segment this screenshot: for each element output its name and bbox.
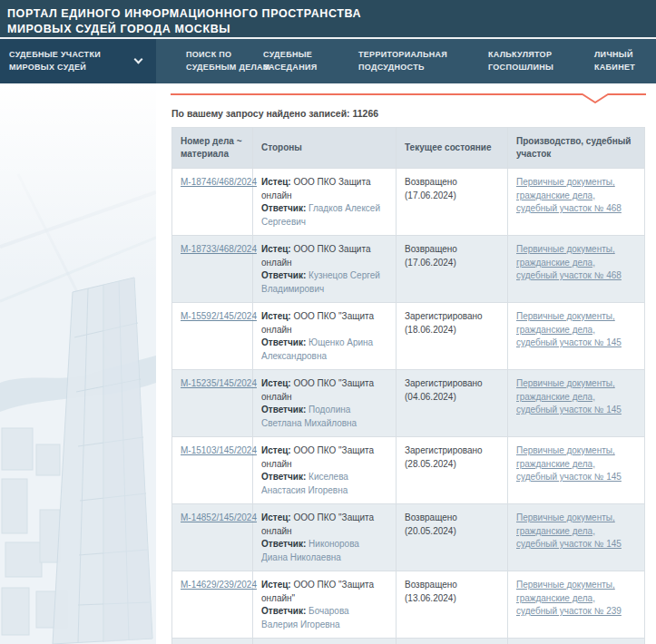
table-row: М-14588/145/2024 Истец: ООО ПКО "Защита … bbox=[172, 639, 645, 644]
case-number-link[interactable]: М-15235/145/2024 bbox=[181, 378, 257, 388]
site-title: ПОРТАЛ ЕДИНОГО ИНФОРМАЦИОННОГО ПРОСТРАНС… bbox=[7, 6, 647, 36]
results-summary: По вашему запросу найдено записей: 11266 bbox=[171, 108, 656, 119]
case-status: Зарегистрировано (18.06.2024) bbox=[397, 303, 508, 370]
nav-label-line: ТЕРРИТОРИАЛЬНАЯ bbox=[358, 49, 488, 62]
production-link[interactable]: Первичные документы, гражданские дела, с… bbox=[516, 579, 622, 619]
case-status: Возвращено (24.04.2024) bbox=[397, 639, 508, 644]
nav-label-line: ПОДСУДНОСТЬ bbox=[358, 62, 488, 74]
party-defendant: Ответчик: Кузнецов Сергей Владимирович bbox=[261, 269, 387, 296]
table-row: М-15235/145/2024 Истец: ООО ПКО "Защита … bbox=[172, 370, 645, 437]
party-plaintiff: Истец: ООО ПКО Защита онлайн bbox=[261, 243, 387, 269]
production-link[interactable]: Первичные документы, гражданские дела, с… bbox=[516, 512, 622, 551]
party-plaintiff: Истец: ООО ПКО "Защита онлайн bbox=[261, 310, 387, 337]
case-number-link[interactable]: М-18746/468/2024 bbox=[181, 177, 257, 187]
nav-label-line: СУДЕБНЫЕ УЧАСТКИ bbox=[9, 49, 101, 62]
party-plaintiff: Истец: ООО ПКО "Защита онлайн bbox=[261, 444, 387, 471]
nav-label-line: ЗАСЕДАНИЯ bbox=[263, 62, 358, 74]
site-title-line1: ПОРТАЛ ЕДИНОГО ИНФОРМАЦИОННОГО ПРОСТРАНС… bbox=[7, 6, 647, 22]
case-status: Возвращено (13.06.2024) bbox=[397, 571, 508, 639]
content: По вашему запросу найдено записей: 11266… bbox=[156, 83, 656, 644]
nav-item-judicial-districts-label: СУДЕБНЫЕ УЧАСТКИ МИРОВЫХ СУДЕЙ bbox=[9, 49, 101, 74]
case-number-link[interactable]: М-14629/239/2024 bbox=[181, 580, 257, 590]
party-defendant: Ответчик: Киселева Анастасия Игоревна bbox=[261, 471, 387, 497]
case-number-link[interactable]: М-15592/145/2024 bbox=[181, 311, 257, 321]
case-number-link[interactable]: М-18733/468/2024 bbox=[181, 244, 257, 254]
chevron-down-icon bbox=[134, 55, 143, 64]
party-plaintiff: Истец: ООО ПКО Защита онлайн bbox=[261, 176, 387, 202]
page: ПОРТАЛ ЕДИНОГО ИНФОРМАЦИОННОГО ПРОСТРАНС… bbox=[0, 0, 656, 644]
site-header: ПОРТАЛ ЕДИНОГО ИНФОРМАЦИОННОГО ПРОСТРАНС… bbox=[0, 0, 656, 37]
nav-items: ПОИСК ПО СУДЕБНЫМ ДЕЛАМ СУДЕБНЫЕ ЗАСЕДАН… bbox=[156, 39, 656, 83]
results-table: Номер дела ~ материала Стороны Текущее с… bbox=[171, 127, 645, 644]
nav-item-judicial-districts[interactable]: СУДЕБНЫЕ УЧАСТКИ МИРОВЫХ СУДЕЙ bbox=[0, 39, 156, 83]
nav-label-line: ЛИЧНЫЙ bbox=[594, 49, 656, 62]
case-number-link[interactable]: М-14852/145/2024 bbox=[181, 512, 257, 522]
nav-item-fee-calculator[interactable]: КАЛЬКУЛЯТОР ГОСПОШЛИНЫ bbox=[488, 49, 594, 74]
nav-item-case-search[interactable]: ПОИСК ПО СУДЕБНЫМ ДЕЛАМ bbox=[186, 49, 263, 74]
nav-item-territorial-jurisdiction[interactable]: ТЕРРИТОРИАЛЬНАЯ ПОДСУДНОСТЬ bbox=[358, 49, 488, 74]
results-count: 11266 bbox=[353, 108, 379, 119]
production-link[interactable]: Первичные документы, гражданские дела, с… bbox=[516, 377, 622, 417]
nav-item-personal-account[interactable]: ЛИЧНЫЙ КАБИНЕТ bbox=[594, 49, 656, 74]
party-plaintiff: Истец: ООО ПКО "Защита онлайн bbox=[261, 377, 387, 404]
party-defendant: Ответчик: Подолина Светлана Михайловна bbox=[261, 404, 387, 430]
column-header-parties: Стороны bbox=[253, 128, 397, 169]
table-row: М-18733/468/2024 Истец: ООО ПКО Защита о… bbox=[172, 236, 645, 303]
city-photo-graphic bbox=[0, 83, 156, 644]
production-link[interactable]: Первичные документы, гражданские дела, с… bbox=[516, 444, 622, 484]
site-title-line2: МИРОВЫХ СУДЕЙ ГОРОДА МОСКВЫ bbox=[7, 22, 647, 37]
nav-label-line: ГОСПОШЛИНЫ bbox=[488, 62, 594, 74]
case-status: Возвращено (17.06.2024) bbox=[397, 236, 508, 303]
active-tab-indicator bbox=[171, 93, 646, 105]
results-summary-text: По вашему запросу найдено записей: bbox=[171, 108, 353, 119]
case-number-link[interactable]: М-15103/145/2024 bbox=[181, 445, 257, 455]
production-link[interactable]: Первичные документы, гражданские дела, с… bbox=[516, 310, 622, 350]
column-header-production: Производство, судебный участок bbox=[508, 128, 645, 169]
production-link[interactable]: Первичные документы, гражданские дела, с… bbox=[516, 243, 622, 283]
nav-label-line: ПОИСК ПО bbox=[186, 49, 263, 62]
column-header-case-number: Номер дела ~ материала bbox=[172, 128, 253, 169]
main-nav: СУДЕБНЫЕ УЧАСТКИ МИРОВЫХ СУДЕЙ ПОИСК ПО … bbox=[0, 39, 656, 83]
results-table-head: Номер дела ~ материала Стороны Текущее с… bbox=[172, 128, 645, 169]
case-status: Возвращено (20.05.2024) bbox=[397, 504, 508, 571]
party-defendant: Ответчик: Никонорова Диана Николаевна bbox=[261, 538, 387, 564]
party-defendant: Ответчик: Бочарова Валерия Игоревна bbox=[261, 605, 387, 631]
table-row: М-15103/145/2024 Истец: ООО ПКО "Защита … bbox=[172, 437, 645, 504]
party-defendant: Ответчик: Ющенко Арина Александровна bbox=[261, 337, 387, 363]
table-row: М-14629/239/2024 Истец: ООО ПКО "Защита … bbox=[172, 571, 645, 639]
case-status: Зарегистрировано (28.05.2024) bbox=[397, 437, 508, 504]
production-link[interactable]: Первичные документы, гражданские дела, с… bbox=[516, 176, 622, 216]
nav-label-line: КАБИНЕТ bbox=[594, 62, 656, 74]
header-row: Номер дела ~ материала Стороны Текущее с… bbox=[172, 128, 645, 169]
case-status: Возвращено (17.06.2024) bbox=[397, 169, 508, 236]
nav-label-line: МИРОВЫХ СУДЕЙ bbox=[9, 62, 101, 74]
party-defendant: Ответчик: Гладков Алексей Сергеевич bbox=[261, 202, 387, 229]
party-plaintiff: Истец: ООО ПКО "Защита онлайн bbox=[261, 512, 387, 538]
results-table-body: М-18746/468/2024 Истец: ООО ПКО Защита о… bbox=[172, 169, 645, 644]
party-plaintiff: Истец: ООО ПКО "Защита онлайн" bbox=[261, 579, 387, 605]
table-row: М-15592/145/2024 Истец: ООО ПКО "Защита … bbox=[172, 303, 645, 370]
nav-label-line: КАЛЬКУЛЯТОР bbox=[488, 49, 594, 62]
nav-label-line: СУДЕБНЫМ ДЕЛАМ bbox=[186, 62, 263, 74]
nav-item-court-sessions[interactable]: СУДЕБНЫЕ ЗАСЕДАНИЯ bbox=[263, 49, 358, 74]
column-header-status: Текущее состояние bbox=[397, 128, 508, 169]
table-row: М-14852/145/2024 Истец: ООО ПКО "Защита … bbox=[172, 504, 645, 571]
table-row: М-18746/468/2024 Истец: ООО ПКО Защита о… bbox=[172, 169, 645, 236]
case-status: Зарегистрировано (04.06.2024) bbox=[397, 370, 508, 437]
body: По вашему запросу найдено записей: 11266… bbox=[0, 83, 656, 644]
city-aerial-photo bbox=[0, 83, 156, 644]
nav-label-line: СУДЕБНЫЕ bbox=[263, 49, 358, 62]
